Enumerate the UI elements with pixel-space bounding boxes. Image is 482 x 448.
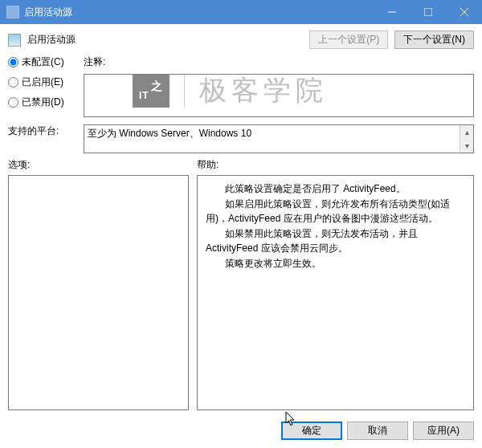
help-label: 帮助: (197, 158, 474, 172)
radio-enabled-input[interactable] (8, 77, 18, 88)
window-controls (374, 0, 482, 24)
platform-scroll: ▴ ▾ (460, 125, 473, 153)
radio-enabled[interactable]: 已启用(E) (8, 75, 77, 89)
radio-disabled-input[interactable] (8, 97, 18, 108)
options-label: 选项: (8, 158, 189, 172)
next-setting-button[interactable]: 下一个设置(N) (394, 31, 474, 49)
help-line-2: 如果启用此策略设置，则允许发布所有活动类型(如适用)，ActivityFeed … (206, 198, 465, 226)
state-radio-group: 未配置(C) 已启用(E) 已禁用(D) (8, 54, 77, 109)
help-line-4: 策略更改将立即生效。 (206, 257, 465, 271)
platform-text: 至少为 Windows Server、Windows 10 (88, 128, 251, 139)
policy-icon (8, 34, 21, 47)
previous-setting-button: 上一个设置(P) (309, 31, 388, 49)
window-icon (6, 6, 19, 18)
ok-button[interactable]: 确定 (281, 422, 342, 440)
maximize-button[interactable] (410, 0, 446, 24)
radio-disabled-label: 已禁用(D) (22, 96, 64, 109)
platform-box: 至少为 Windows Server、Windows 10 ▴ ▾ (84, 124, 474, 153)
comment-textarea[interactable] (84, 74, 474, 117)
platform-label: 支持的平台: (8, 124, 77, 138)
title-bar: 启用活动源 (0, 0, 482, 24)
policy-name: 启用活动源 (27, 33, 76, 47)
apply-button[interactable]: 应用(A) (413, 422, 474, 440)
radio-not-configured[interactable]: 未配置(C) (8, 55, 77, 69)
cancel-button[interactable]: 取消 (347, 422, 408, 440)
radio-not-configured-label: 未配置(C) (22, 55, 64, 69)
help-line-1: 此策略设置确定是否启用了 ActivityFeed。 (206, 182, 465, 196)
options-panel (8, 175, 189, 410)
scroll-up-icon[interactable]: ▴ (460, 125, 473, 139)
help-line-3: 如果禁用此策略设置，则无法发布活动，并且 ActivityFeed 应该会禁用云… (206, 227, 465, 255)
comment-label: 注释: (84, 54, 474, 69)
close-button[interactable] (446, 0, 482, 24)
radio-enabled-label: 已启用(E) (22, 75, 63, 89)
radio-not-configured-input[interactable] (8, 57, 18, 67)
radio-disabled[interactable]: 已禁用(D) (8, 96, 77, 109)
window-title: 启用活动源 (24, 6, 374, 19)
scroll-down-icon[interactable]: ▾ (460, 139, 473, 153)
help-panel: 此策略设置确定是否启用了 ActivityFeed。 如果启用此策略设置，则允许… (197, 175, 474, 410)
minimize-button[interactable] (374, 0, 410, 24)
